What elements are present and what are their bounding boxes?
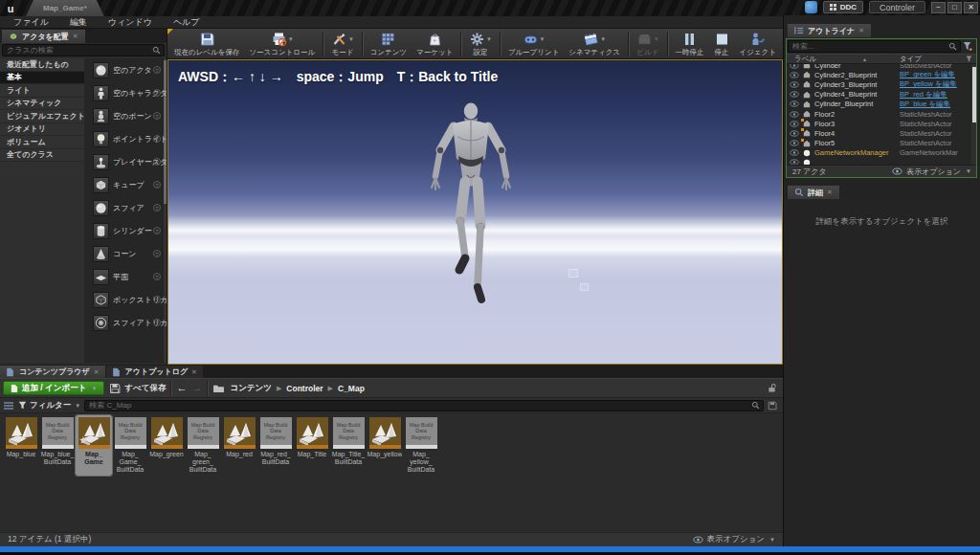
scrollbar[interactable] — [971, 64, 976, 165]
asset-Map_Game[interactable]: Map_​Game — [76, 415, 112, 476]
tab-place-actors[interactable]: アクタを配置 ✕ — [2, 30, 85, 43]
toolbar-button-eject[interactable]: イジェクト — [735, 29, 781, 59]
visibility-eye-icon[interactable] — [790, 140, 799, 146]
category-cinematic[interactable]: シネマティック — [0, 98, 84, 111]
toolbar-button-build[interactable]: ▼ビルド — [632, 29, 664, 59]
placeable-player-start[interactable]: プレイヤースタート? — [84, 150, 167, 173]
placeable-empty-actor[interactable]: 空のアクタ? — [84, 58, 167, 81]
toolbar-button-content[interactable]: コンテンツ — [366, 29, 412, 59]
category-volumes[interactable]: ボリューム — [0, 136, 84, 149]
visibility-eye-icon[interactable] — [790, 91, 799, 98]
menu-item-window[interactable]: ウィンドウ — [108, 16, 152, 29]
outliner-row-Floor5[interactable]: Floor5StaticMeshActor — [787, 139, 976, 148]
placeable-plane[interactable]: 平面? — [84, 265, 167, 288]
outliner-row-partial[interactable] — [787, 158, 976, 165]
placeable-box-trigger[interactable]: ボックストリガー? — [84, 288, 167, 311]
forward-button[interactable]: → — [191, 383, 202, 393]
asset-Map_blue_BuiltData[interactable]: Map Build Data RegistryMap_​blue_​BuiltD… — [39, 415, 76, 476]
asset-Map_green_BuiltData[interactable]: Map Build Data RegistryMap_​green_​Built… — [185, 415, 221, 476]
toolbar-button-modes[interactable]: ▼モード — [326, 29, 359, 59]
menu-item-edit[interactable]: 編集 — [70, 16, 87, 29]
category-lights[interactable]: ライト — [0, 84, 84, 98]
visibility-eye-icon[interactable] — [790, 130, 799, 137]
toolbar-button-settings[interactable]: ▼設定 — [464, 29, 497, 59]
asset-Map_green[interactable]: Map_​green — [148, 415, 185, 476]
tab-output-log[interactable]: アウトプットログ✕ — [106, 366, 203, 378]
visibility-eye-icon[interactable] — [790, 72, 799, 78]
category-visual-effects[interactable]: ビジュアルエフェクト — [0, 110, 84, 123]
category-all-classes[interactable]: 全てのクラス — [0, 149, 84, 163]
visibility-eye-icon[interactable] — [790, 100, 799, 107]
toolbar-button-cinematics[interactable]: ▼シネマティクス — [564, 29, 625, 59]
tab-world-outliner[interactable]: アウトライナ ✕ — [788, 24, 871, 37]
asset-search-input[interactable] — [85, 401, 751, 410]
breadcrumb-C_Map[interactable]: C_Map — [338, 384, 365, 393]
add-import-button[interactable]: 追加 / インポート ▼ — [3, 381, 104, 395]
close-tab-icon[interactable]: ✕ — [827, 189, 833, 196]
toolbar-button-stop[interactable]: 停止 — [709, 29, 735, 59]
edit-blueprint-link[interactable]: BP_red を編集 — [900, 90, 947, 100]
save-all-button[interactable]: すべて保存 — [109, 383, 166, 394]
category-recent[interactable]: 最近配置したもの — [0, 58, 84, 72]
visibility-eye-icon[interactable] — [790, 111, 799, 118]
tab-content-browser[interactable]: コンテンツブラウザ✕ — [0, 366, 105, 378]
toolbar-button-marketplace[interactable]: マーケット — [412, 29, 457, 59]
class-search-input[interactable] — [3, 46, 152, 55]
toolbar-button-pause[interactable]: 一時停止 — [671, 29, 709, 59]
column-header-label[interactable]: ラベル — [794, 55, 816, 64]
placeable-cone[interactable]: コーン? — [84, 242, 167, 265]
breadcrumb-Controler[interactable]: Controler — [286, 384, 323, 393]
asset-Map_Game_BuiltData[interactable]: Map Build Data RegistryMap_​Game_​BuiltD… — [112, 415, 148, 476]
lock-icon[interactable] — [768, 383, 776, 393]
category-geometry[interactable]: ジオメトリ — [0, 123, 84, 137]
project-name-button[interactable]: Controler — [869, 1, 925, 13]
edit-blueprint-link[interactable]: BP_yellow を編集 — [900, 79, 957, 89]
close-tab-icon[interactable]: ✕ — [191, 368, 197, 376]
outliner-row-Cylinder4_Blueprint[interactable]: Cylinder4_BlueprintBP_red を編集 — [787, 90, 976, 100]
close-tab-icon[interactable]: ✕ — [94, 368, 100, 376]
view-options-button[interactable]: 表示オプション ▼ — [693, 534, 775, 545]
sources-panel-icon[interactable] — [3, 401, 14, 411]
placeable-cube[interactable]: キューブ? — [84, 173, 167, 196]
outliner-row-Cylinder2_Blueprint[interactable]: Cylinder2_BlueprintBP_green を編集 — [787, 70, 976, 79]
viewport[interactable]: AWSD：← ↑ ↓ → space：Jump T：Back to Title — [167, 59, 783, 365]
placeable-cylinder[interactable]: シリンダー? — [84, 219, 167, 242]
type-filter-icon[interactable] — [966, 56, 972, 62]
toolbar-button-source-control[interactable]: ▼ソースコントロール — [244, 29, 320, 59]
outliner-row-Floor4[interactable]: Floor4StaticMeshActor — [787, 128, 976, 138]
asset-Map_red_BuiltData[interactable]: Map Build Data RegistryMap_​red_​BuiltDa… — [257, 415, 294, 476]
filters-button[interactable]: フィルター ▼ — [18, 400, 80, 411]
level-tab[interactable]: Map_Game* — [26, 0, 104, 16]
visibility-eye-icon[interactable] — [790, 81, 799, 88]
minimize-button[interactable]: − — [931, 2, 946, 13]
edit-blueprint-link[interactable]: BP_blue を編集 — [900, 100, 950, 109]
asset-Map_yellow[interactable]: Map_​yellow — [367, 415, 403, 476]
asset-Map_red[interactable]: Map_​red — [221, 415, 257, 476]
placeable-sphere[interactable]: スフィア? — [84, 196, 167, 219]
visibility-eye-icon[interactable] — [790, 149, 799, 156]
column-header-type[interactable]: タイプ — [900, 55, 922, 64]
visibility-eye-icon[interactable] — [790, 64, 799, 69]
outliner-filters-icon[interactable] — [963, 41, 973, 52]
menu-item-file[interactable]: ファイル — [13, 16, 49, 29]
outliner-row-Cylinder_Blueprint[interactable]: Cylinder_BlueprintBP_blue を編集 — [787, 100, 976, 109]
back-button[interactable]: ← — [176, 383, 187, 393]
outliner-row-GameNetworkManager[interactable]: GameNetworkManagerGameNetworkMar — [787, 148, 976, 158]
ddc-button[interactable]: DDC — [823, 1, 863, 13]
outliner-search-input[interactable] — [789, 42, 948, 51]
asset-Map_blue[interactable]: Map_​blue — [3, 415, 39, 476]
asset-Map_Title_BuiltData[interactable]: Map Build Data RegistryMap_​Title_​Built… — [330, 415, 367, 476]
outliner-row-Floor3[interactable]: Floor3StaticMeshActor — [787, 119, 976, 128]
placeable-point-light[interactable]: ポイントライト? — [84, 127, 167, 150]
breadcrumb-コンテンツ[interactable]: コンテンツ — [230, 383, 272, 394]
maximize-button[interactable]: □ — [947, 2, 962, 13]
edit-blueprint-link[interactable]: BP_green を編集 — [900, 70, 955, 79]
placeable-sphere-trigger[interactable]: スフィアトリガー? — [84, 311, 167, 334]
outliner-row-Cylinder3_Blueprint[interactable]: Cylinder3_BlueprintBP_yellow を編集 — [787, 79, 976, 89]
close-tab-icon[interactable]: ✕ — [858, 27, 864, 34]
visibility-eye-icon[interactable] — [790, 121, 799, 127]
menu-item-help[interactable]: ヘルプ — [173, 16, 200, 29]
close-tab-icon[interactable]: ✕ — [73, 33, 78, 40]
outliner-view-options-button[interactable]: 表示オプション ▼ — [892, 166, 971, 177]
close-button[interactable]: ✕ — [964, 2, 978, 13]
